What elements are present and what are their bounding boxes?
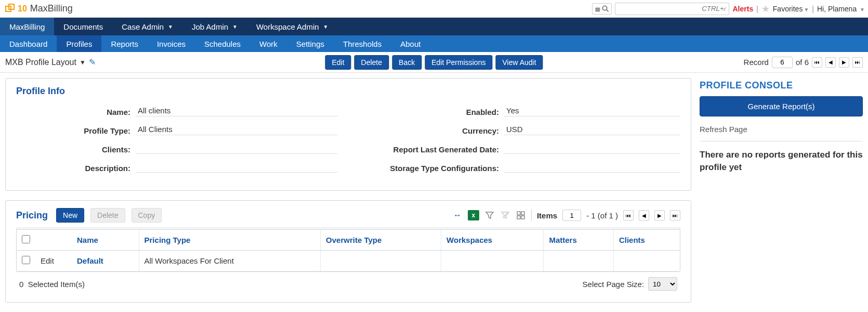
- field-label-description: Description:: [16, 164, 136, 173]
- nav2-settings[interactable]: Settings: [287, 35, 334, 52]
- pager-last-button[interactable]: ⏭: [852, 57, 863, 68]
- edit-button[interactable]: Edit: [325, 55, 351, 70]
- delete-button[interactable]: Delete: [354, 55, 389, 70]
- field-value-profile-type: All Clients: [136, 124, 338, 135]
- separator: |: [812, 5, 814, 13]
- table-row[interactable]: Edit Default All Workspaces For Client: [17, 251, 680, 271]
- global-search-input[interactable]: [615, 3, 729, 15]
- row-checkbox[interactable]: [22, 256, 30, 264]
- nav1-label: Documents: [63, 22, 103, 31]
- chevron-down-icon: ▼: [860, 7, 865, 12]
- field-value-last-generated: [504, 142, 680, 154]
- field-value-storage-type: [504, 161, 680, 173]
- export-excel-icon[interactable]: x: [468, 210, 479, 220]
- profile-console-panel: PROFILE CONSOLE Generate Report(s) Refre…: [700, 78, 863, 312]
- profile-info-card: Profile Info Name:All clients Profile Ty…: [5, 78, 691, 191]
- nav2-invoices[interactable]: Invoices: [148, 35, 195, 52]
- nav1-documents[interactable]: Documents: [54, 18, 112, 35]
- nav1-case-admin[interactable]: Case Admin▼: [112, 18, 182, 35]
- items-prev-button[interactable]: ◀: [639, 210, 649, 220]
- favorites-menu[interactable]: Favorites▼: [773, 5, 809, 13]
- clear-filter-icon[interactable]: [500, 210, 510, 220]
- view-audit-button[interactable]: View Audit: [495, 55, 543, 70]
- col-overwrite-type[interactable]: Overwrite Type: [321, 230, 441, 251]
- nav2-reports[interactable]: Reports: [101, 35, 148, 52]
- row-clients: [613, 251, 680, 271]
- record-pager: Record of 6 ⏮ ◀ ▶ ⏭: [744, 57, 863, 68]
- col-matters[interactable]: Matters: [544, 230, 613, 251]
- col-name[interactable]: Name: [72, 230, 139, 251]
- items-current-input[interactable]: [562, 210, 581, 221]
- secondary-nav: Dashboard Profiles Reports Invoices Sche…: [0, 35, 868, 52]
- nav2-schedules[interactable]: Schedules: [195, 35, 250, 52]
- app-logo[interactable]: 10 MaxBilling: [5, 3, 73, 14]
- profile-info-title: Profile Info: [16, 86, 680, 97]
- svg-point-2: [603, 6, 607, 10]
- layout-select[interactable]: MXB Profile Layout ▼: [5, 58, 86, 67]
- pricing-table: Name Pricing Type Overwrite Type Workspa…: [17, 229, 680, 271]
- col-clients[interactable]: Clients: [613, 230, 680, 251]
- record-current-input[interactable]: [772, 57, 793, 68]
- nav1-workspace-admin[interactable]: Workspace Admin▼: [247, 18, 338, 35]
- favorite-star-icon[interactable]: ★: [761, 3, 770, 15]
- row-workspaces: [441, 251, 544, 271]
- main-left: Profile Info Name:All clients Profile Ty…: [5, 78, 691, 312]
- items-last-button[interactable]: ⏭: [670, 210, 680, 220]
- field-value-enabled: Yes: [504, 105, 680, 116]
- row-edit-link[interactable]: Edit: [41, 256, 54, 265]
- items-first-button[interactable]: ⏮: [623, 210, 634, 220]
- refresh-page-link[interactable]: Refresh Page: [700, 123, 863, 141]
- page-size-select[interactable]: 10: [648, 277, 677, 291]
- pager-next-button[interactable]: ▶: [839, 57, 849, 68]
- global-search-button[interactable]: ≣: [592, 3, 612, 15]
- greeting-label: Hi, Plamena: [817, 5, 857, 13]
- edit-layout-icon[interactable]: ✎: [89, 57, 96, 67]
- pricing-new-button[interactable]: New: [56, 208, 84, 223]
- profile-info-left: Name:All clients Profile Type:All Client…: [16, 105, 338, 180]
- edit-permissions-button[interactable]: Edit Permissions: [425, 55, 492, 70]
- pricing-copy-button: Copy: [131, 208, 162, 223]
- svg-rect-6: [521, 212, 524, 215]
- col-edit: [35, 230, 72, 251]
- no-reports-message: There are no reports generated for this …: [700, 149, 863, 174]
- logo-icon: [5, 4, 16, 14]
- row-matters: [544, 251, 613, 271]
- field-label-profile-type: Profile Type:: [16, 126, 136, 135]
- selected-items-text: 0 Selected Item(s): [19, 280, 85, 289]
- grid-view-icon[interactable]: [516, 210, 526, 220]
- nav1-label: MaxBilling: [9, 22, 45, 31]
- topbar-right: ≣ Alerts | ★ Favorites▼ | Hi, Plamena ▼: [592, 3, 865, 15]
- pager-prev-button[interactable]: ◀: [825, 57, 836, 68]
- svg-line-4: [503, 213, 508, 218]
- nav1-job-admin[interactable]: Job Admin▼: [182, 18, 247, 35]
- nav2-about[interactable]: About: [391, 35, 430, 52]
- nav2-profiles[interactable]: Profiles: [57, 35, 101, 52]
- console-title: PROFILE CONSOLE: [700, 80, 863, 91]
- chevron-down-icon: ▼: [168, 24, 173, 30]
- generate-reports-button[interactable]: Generate Report(s): [700, 96, 863, 116]
- nav1-maxbilling[interactable]: MaxBilling: [0, 18, 54, 35]
- record-total: of 6: [796, 58, 809, 67]
- items-next-button[interactable]: ▶: [654, 210, 665, 220]
- action-buttons: Edit Delete Back Edit Permissions View A…: [325, 55, 543, 70]
- items-label: Items: [537, 211, 557, 220]
- row-name-link[interactable]: Default: [77, 256, 103, 265]
- field-label-last-generated: Report Last Generated Date:: [359, 145, 504, 154]
- col-pricing-type[interactable]: Pricing Type: [139, 230, 321, 251]
- page-size-control: Select Page Size: 10: [583, 277, 677, 291]
- pager-first-button[interactable]: ⏮: [812, 57, 822, 68]
- profile-info-right: Enabled:Yes Currency:USD Report Last Gen…: [359, 105, 680, 180]
- select-all-checkbox[interactable]: [22, 235, 30, 243]
- nav2-dashboard[interactable]: Dashboard: [0, 35, 57, 52]
- nav2-work[interactable]: Work: [250, 35, 287, 52]
- chevron-down-icon: ▼: [323, 24, 328, 30]
- user-menu[interactable]: Hi, Plamena ▼: [817, 5, 865, 13]
- nav2-thresholds[interactable]: Thresholds: [334, 35, 391, 52]
- expand-columns-icon[interactable]: ↔: [452, 210, 463, 220]
- filter-icon[interactable]: [484, 210, 495, 220]
- chevron-down-icon: ▼: [80, 59, 86, 66]
- col-workspaces[interactable]: Workspaces: [441, 230, 544, 251]
- alerts-link[interactable]: Alerts: [732, 5, 753, 13]
- back-button[interactable]: Back: [392, 55, 422, 70]
- field-value-clients: [136, 142, 338, 154]
